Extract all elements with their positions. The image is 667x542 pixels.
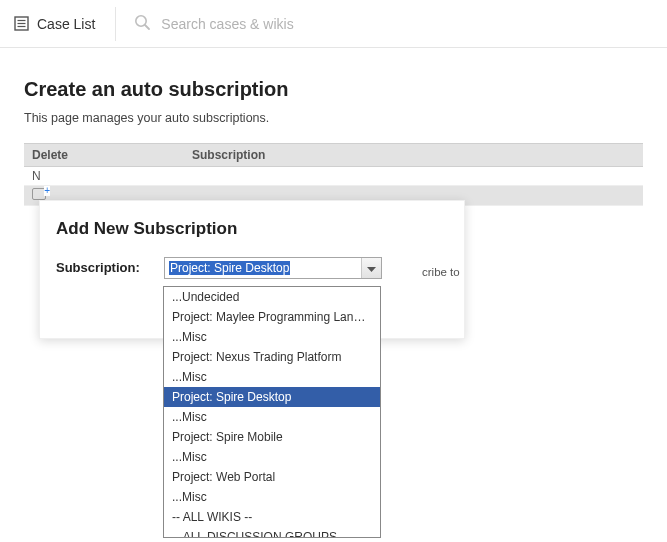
case-list-label: Case List bbox=[37, 16, 95, 32]
subscriptions-table: Delete Subscription N bbox=[24, 143, 643, 206]
dropdown-option[interactable]: ...Misc bbox=[164, 447, 380, 467]
dropdown-scroll[interactable]: ...UndecidedProject: Maylee Programming … bbox=[164, 287, 380, 537]
case-list-link[interactable]: Case List bbox=[14, 16, 115, 32]
main-content: Create an auto subscription This page ma… bbox=[0, 48, 667, 206]
subscription-input-value: Project: Spire Desktop bbox=[169, 261, 290, 275]
dropdown-option[interactable]: -- ALL DISCUSSION GROUPS -- bbox=[164, 527, 380, 537]
page-title: Create an auto subscription bbox=[24, 78, 643, 101]
topbar-divider bbox=[115, 7, 116, 41]
dropdown-option[interactable]: ...Misc bbox=[164, 367, 380, 387]
topbar: Case List Search cases & wikis bbox=[0, 0, 667, 48]
page-description: This page manages your auto subscription… bbox=[24, 111, 643, 125]
list-icon bbox=[14, 16, 29, 31]
search-input[interactable]: Search cases & wikis bbox=[120, 14, 653, 34]
col-subscription: Subscription bbox=[184, 144, 643, 167]
dropdown-option[interactable]: ...Undecided bbox=[164, 287, 380, 307]
search-placeholder: Search cases & wikis bbox=[161, 16, 293, 32]
dropdown-option[interactable]: Project: Spire Desktop bbox=[164, 387, 380, 407]
col-delete: Delete bbox=[24, 144, 184, 167]
modal-title: Add New Subscription bbox=[56, 219, 448, 239]
combo-toggle-button[interactable] bbox=[361, 258, 381, 278]
dropdown-option[interactable]: Project: Nexus Trading Platform bbox=[164, 347, 380, 367]
subscription-input[interactable]: Project: Spire Desktop bbox=[164, 257, 382, 279]
subscription-dropdown: ...UndecidedProject: Maylee Programming … bbox=[163, 286, 381, 538]
dropdown-option[interactable]: Project: Spire Mobile bbox=[164, 427, 380, 447]
dropdown-option[interactable]: ...Misc bbox=[164, 487, 380, 507]
add-icon[interactable] bbox=[32, 188, 46, 200]
search-icon bbox=[134, 14, 151, 34]
dropdown-option[interactable]: ...Misc bbox=[164, 327, 380, 347]
chevron-down-icon bbox=[367, 261, 376, 276]
subscription-label: Subscription: bbox=[56, 257, 156, 275]
dropdown-option[interactable]: Project: Web Portal bbox=[164, 467, 380, 487]
subscription-combo[interactable]: Project: Spire Desktop bbox=[164, 257, 382, 279]
dropdown-option[interactable]: ...Misc bbox=[164, 407, 380, 427]
help-text-fragment: cribe to bbox=[422, 265, 460, 281]
dropdown-option[interactable]: -- ALL WIKIS -- bbox=[164, 507, 380, 527]
svg-line-5 bbox=[145, 25, 149, 29]
table-row: N bbox=[24, 167, 643, 186]
dropdown-option[interactable]: Project: Maylee Programming Language bbox=[164, 307, 380, 327]
